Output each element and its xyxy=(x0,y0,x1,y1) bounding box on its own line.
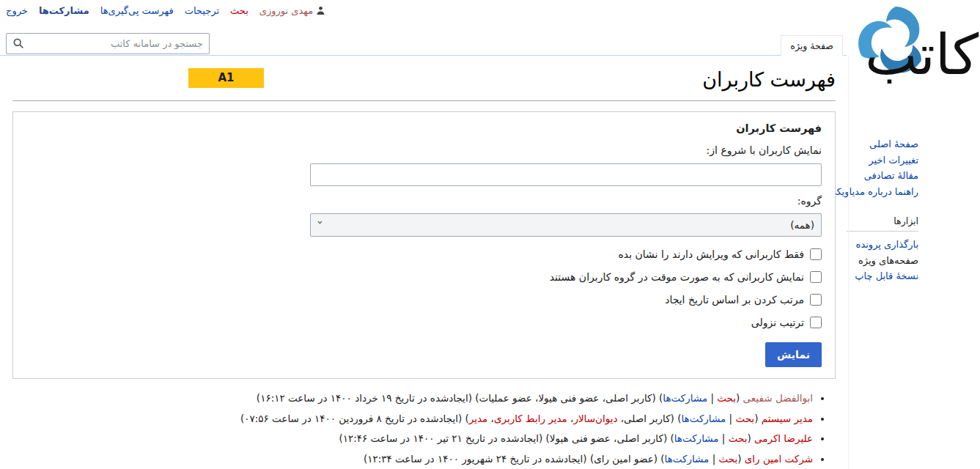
personal-toolbar: مهدی نوروزی بحثترجیحاتفهرست پی‌گیری‌هامش… xyxy=(6,5,325,16)
start-label: نمایش کاربران با شروع از: xyxy=(26,143,822,158)
chevron-down-icon: ˅ xyxy=(316,220,323,231)
checkbox[interactable] xyxy=(810,248,822,260)
talk-link[interactable]: بحث xyxy=(719,453,738,465)
group-name: عضو فنی هیولا xyxy=(550,432,611,444)
content-area: فهرست کاربران A1 فهرست کاربران نمایش کار… xyxy=(0,56,848,469)
created-date: (ایجادشده در تاریخ ۲۴ شهریور ۱۴۰۰ در ساع… xyxy=(364,453,587,465)
checkbox-label: فقط کاربرانی که ویرایش دارند را نشان بده xyxy=(619,248,804,260)
checkbox-row[interactable]: نمایش کاربرانی که به صورت موقت در گروه ک… xyxy=(26,269,822,285)
created-date: (ایجادشده در تاریخ ۲۱ تیر ۱۴۰۰ در ساعت ۱… xyxy=(339,432,542,444)
user-page-link[interactable]: مهدی نوروزی xyxy=(259,5,325,16)
created-date: (ایجادشده در تاریخ ۸ فروردین ۱۴۰۰ در ساع… xyxy=(240,413,462,424)
user-link[interactable]: ابوالفضل شفیعی xyxy=(743,392,813,404)
contribs-link[interactable]: مشارکت‌ها xyxy=(665,453,710,465)
site-logo[interactable]: کاتب xyxy=(843,0,980,119)
personal-link[interactable]: خروج xyxy=(6,5,28,16)
personal-link[interactable]: ترجیحات xyxy=(185,5,219,16)
checkbox-row[interactable]: ترتیب نزولی xyxy=(26,314,822,330)
user-list: ابوالفضل شفیعی (بحث | مشارکت‌ها) (کاربر … xyxy=(0,391,813,469)
search-icon[interactable] xyxy=(12,37,24,51)
checkbox-label: مرتب کردن بر اساس تاریخ ایجاد xyxy=(665,294,804,306)
user-list-item: علیرضا اکرمی (بحث | مشارکت‌ها) (کاربر اص… xyxy=(0,431,813,446)
user-link[interactable]: مدیر سیستم xyxy=(762,413,813,424)
created-date: (ایجادشده در تاریخ ۱۹ خرداد ۱۴۰۰ در ساعت… xyxy=(257,392,472,404)
search-box xyxy=(6,33,210,54)
start-user-input[interactable] xyxy=(310,163,822,186)
logo-wordmark: کاتب xyxy=(865,19,979,92)
search-input[interactable] xyxy=(6,33,210,54)
title-rule xyxy=(12,100,836,101)
user-link[interactable]: شرکت امین رای xyxy=(745,453,813,465)
checkbox[interactable] xyxy=(810,317,822,328)
content-sidebar-divider xyxy=(848,56,849,469)
group-name: کاربر اصلی xyxy=(605,392,652,404)
group-name: کاربر اصلی xyxy=(624,413,671,424)
personal-links: بحثترجیحاتفهرست پی‌گیری‌هامشارکت‌هاخروج xyxy=(6,5,248,16)
group-name: عضو عملیات xyxy=(479,392,531,404)
group-select-value: (همه) xyxy=(790,219,814,231)
checkbox-label: نمایش کاربرانی که به صورت موقت در گروه ک… xyxy=(550,271,804,283)
form-title: فهرست کاربران xyxy=(26,121,822,136)
checkbox-area: فقط کاربرانی که ویرایش دارند را نشان بده… xyxy=(26,246,822,330)
user-list-item: شرکت امین رای (بحث | مشارکت‌ها) (عضو امی… xyxy=(0,451,813,466)
user-list-item: ابوالفضل شفیعی (بحث | مشارکت‌ها) (کاربر … xyxy=(0,391,813,405)
personal-link[interactable]: بحث xyxy=(230,5,248,16)
tools-divider xyxy=(847,231,918,232)
group-name: عضو فنی هیولا xyxy=(538,392,599,404)
talk-link[interactable]: بحث xyxy=(717,392,736,404)
group-name: عضو امین رای xyxy=(594,453,654,465)
checkbox-row[interactable]: فقط کاربرانی که ویرایش دارند را نشان بده xyxy=(26,246,822,262)
user-list-form: فهرست کاربران نمایش کاربران با شروع از: … xyxy=(12,111,836,379)
checkbox[interactable] xyxy=(810,271,822,283)
contribs-link[interactable]: مشارکت‌ها xyxy=(681,413,726,424)
user-list-item: مدیر سیستم (بحث | مشارکت‌ها) (کاربر اصلی… xyxy=(0,411,813,426)
tab-special-page[interactable]: صفحهٔ ویژه xyxy=(781,35,843,56)
personal-link[interactable]: فهرست پی‌گیری‌ها xyxy=(100,5,174,16)
checkbox-row[interactable]: مرتب کردن بر اساس تاریخ ایجاد xyxy=(26,292,822,308)
group-link[interactable]: مدیر رابط کاربری xyxy=(494,413,567,424)
checkbox-label: ترتیب نزولی xyxy=(751,317,804,328)
contribs-link[interactable]: مشارکت‌ها xyxy=(663,392,707,404)
user-link[interactable]: علیرضا اکرمی xyxy=(754,432,813,444)
page-title: فهرست کاربران xyxy=(12,66,836,94)
contribs-link[interactable]: مشارکت‌ها xyxy=(674,432,719,444)
grid-badge: A1 xyxy=(188,68,264,88)
username: مهدی نوروزی xyxy=(259,5,313,16)
group-name: کاربر اصلی xyxy=(616,432,663,444)
personal-link[interactable]: مشارکت‌ها xyxy=(39,5,89,16)
group-link[interactable]: مدیر xyxy=(469,413,488,424)
talk-link[interactable]: بحث xyxy=(729,432,748,444)
person-icon xyxy=(316,6,325,15)
group-select[interactable]: (همه) ˅ xyxy=(310,213,822,237)
show-button[interactable]: نمایش xyxy=(765,342,822,367)
checkbox[interactable] xyxy=(810,294,822,306)
talk-link[interactable]: بحث xyxy=(735,413,754,424)
group-link[interactable]: دیوان‌سالار xyxy=(573,413,617,424)
group-label: گروه: xyxy=(26,193,822,209)
tab-label: صفحهٔ ویژه xyxy=(790,40,833,51)
